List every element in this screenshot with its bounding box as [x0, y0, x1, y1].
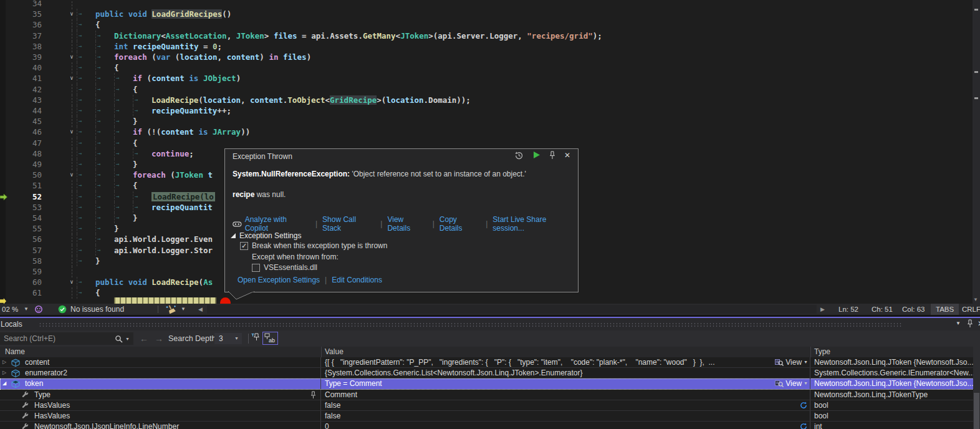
zoom-caret-icon[interactable]: ▼	[24, 304, 29, 315]
fold-chevron-icon[interactable]: ∨	[66, 73, 77, 83]
continue-execution-icon[interactable]	[531, 151, 542, 161]
code-line-34[interactable]: 34	[0, 0, 980, 9]
link-show-call-stack[interactable]: Show Call Stack	[322, 215, 375, 233]
locals-row-Type[interactable]: TypeCommentNewtonsoft.Json.Linq.JTokenTy…	[0, 390, 980, 400]
fold-chevron-icon[interactable]: ∨	[66, 52, 77, 62]
link-view-details[interactable]: View Details	[387, 215, 427, 233]
view-visualizer-button[interactable]: View▼	[775, 357, 808, 367]
refresh-value-button[interactable]	[800, 402, 807, 410]
window-position-caret-icon[interactable]: ▼	[953, 321, 964, 330]
pin-icon[interactable]	[547, 151, 558, 161]
locals-row-Newtonsoft.Json.IJsonLineInfo.LineNumber[interactable]: Newtonsoft.Json.IJsonLineInfo.LineNumber…	[0, 422, 980, 429]
code-line-38[interactable]: 38→→int recipeQuantity = 0;	[0, 41, 980, 52]
zoom-level[interactable]: 02 %	[2, 304, 18, 315]
value-cell[interactable]: {[ { "ingredientPattern": "P_PP", "ingre…	[321, 357, 810, 367]
scrollbar-thumb[interactable]	[974, 393, 979, 429]
document-health-icon[interactable]	[34, 305, 43, 316]
column-divider[interactable]	[321, 347, 322, 357]
locals-row-HasValues[interactable]: HasValuesfalsebool	[0, 400, 980, 411]
hscroll-left-arrow-icon[interactable]: ◀	[198, 304, 203, 315]
scrollbar-down-arrow-icon[interactable]: ▼	[973, 297, 978, 302]
code-editor[interactable]: 3435∨→public void LoadGridRecipes()36→{3…	[0, 0, 980, 304]
pin-member-icon[interactable]	[310, 391, 317, 400]
cleanup-caret-icon[interactable]: ▼	[181, 304, 186, 315]
code-line-47[interactable]: 47→→→{	[0, 138, 980, 149]
code-line-40[interactable]: 40→→{	[0, 62, 980, 74]
column-header-type[interactable]: Type	[814, 347, 830, 357]
tab-whitespace-marker: →	[114, 84, 133, 95]
view-visualizer-button[interactable]: View▼	[775, 378, 808, 388]
horizontal-scrollbar[interactable]	[207, 305, 817, 314]
fold-chevron-icon[interactable]: ∨	[66, 127, 77, 137]
locals-vertical-scrollbar[interactable]	[973, 347, 980, 429]
hscroll-right-arrow-icon[interactable]: ▶	[820, 304, 825, 315]
code-line-42[interactable]: 42→→→{	[0, 84, 980, 95]
refresh-icon[interactable]	[800, 423, 807, 429]
search-icon[interactable]: ▼	[115, 335, 133, 343]
code-line-44[interactable]: 44→→→→recipeQuantity++;	[0, 105, 980, 117]
column-divider[interactable]	[810, 347, 811, 357]
code-line-35[interactable]: 35∨→public void LoadGridRecipes()	[0, 9, 980, 20]
issues-status[interactable]: No issues found	[70, 304, 124, 315]
locals-row-HasValues[interactable]: HasValuesfalsebool	[0, 411, 980, 422]
locals-row-token[interactable]: ◢tokenType = CommentView▼Newtonsoft.Json…	[0, 378, 980, 389]
close-icon[interactable]: ✕	[562, 151, 573, 161]
fold-chevron-icon[interactable]: ∨	[66, 277, 77, 287]
search-depth-combo[interactable]: 3 ▼	[214, 333, 242, 344]
fold-chevron-icon[interactable]: ∨	[66, 9, 77, 19]
tabs-indicator[interactable]: TABS	[931, 304, 959, 315]
link-copy-details[interactable]: Copy Details	[440, 215, 481, 233]
locals-row-enumerator2[interactable]: ▷enumerator2{System.Collections.Generic.…	[0, 368, 980, 378]
locals-panel-titlebar[interactable]: Locals ▼ ✕	[0, 318, 980, 330]
history-icon[interactable]	[513, 151, 524, 161]
panel-pin-icon[interactable]	[964, 319, 976, 329]
line-indicator[interactable]: Ln: 52	[838, 304, 858, 315]
char-indicator[interactable]: Ch: 51	[872, 304, 893, 315]
locals-search-box[interactable]: ▼	[0, 332, 133, 345]
outline-guide	[72, 159, 72, 170]
column-header-name[interactable]: Name	[5, 347, 25, 357]
code-line-36[interactable]: 36→{	[0, 19, 980, 31]
link-start-live-share-session[interactable]: Start Live Share session...	[492, 215, 578, 233]
refresh-icon[interactable]	[800, 402, 807, 409]
code-cleanup-icon[interactable]	[166, 305, 176, 316]
eol-indicator[interactable]: CRLF	[962, 304, 980, 315]
value-cell[interactable]: {System.Collections.Generic.List<Newtons…	[321, 368, 810, 378]
fold-chevron-icon[interactable]: ∨	[66, 170, 77, 180]
break-checkbox[interactable]: ✓	[240, 242, 248, 250]
panel-close-icon[interactable]: ✕	[975, 319, 980, 329]
expand-expander-icon[interactable]: ▷	[2, 357, 10, 367]
link-open-exception-settings[interactable]: Open Exception Settings	[238, 276, 320, 284]
link-edit-conditions[interactable]: Edit Conditions	[332, 276, 382, 284]
pin-icon[interactable]	[310, 391, 317, 399]
value-cell[interactable]: false	[321, 411, 810, 421]
collapse-expander-icon[interactable]: ◢	[2, 378, 10, 388]
value-cell[interactable]: Type = CommentView▼	[321, 378, 810, 388]
code-token: {	[133, 85, 138, 94]
text-view-toggle-button[interactable]: ab	[262, 332, 278, 345]
link-analyze-with-copilot[interactable]: Analyze with Copilot	[233, 215, 310, 233]
column-indicator[interactable]: Col: 63	[902, 304, 925, 315]
search-back-arrow-icon[interactable]: ←	[140, 330, 148, 347]
search-caret-icon[interactable]: ▼	[125, 337, 130, 341]
exception-settings-header[interactable]: Exception Settings	[230, 231, 301, 240]
column-header-value[interactable]: Value	[325, 347, 343, 357]
expand-expander-icon[interactable]: ▷	[2, 368, 10, 378]
refresh-value-button[interactable]	[800, 423, 807, 429]
pin-to-source-icon[interactable]	[251, 332, 261, 345]
search-forward-arrow-icon[interactable]: →	[155, 330, 163, 347]
editor-vertical-scrollbar[interactable]: ▼	[973, 0, 980, 304]
code-line-39[interactable]: 39∨→→foreach (var (location, content) in…	[0, 52, 980, 63]
module-checkbox[interactable]	[252, 264, 260, 272]
code-line-37[interactable]: 37→→Dictionary<AssetLocation, JToken> fi…	[0, 31, 980, 42]
code-line-45[interactable]: 45→→→}	[0, 116, 980, 127]
code-line-41[interactable]: 41∨→→→if (content is JObject)	[0, 73, 980, 84]
value-cell[interactable]: Comment	[321, 390, 810, 400]
locals-row-content[interactable]: ▷content{[ { "ingredientPattern": "P_PP"…	[0, 357, 980, 368]
panel-drag-grip[interactable]	[39, 322, 902, 327]
code-line-46[interactable]: 46∨→→→if (!(content is JArray))	[0, 127, 980, 138]
search-input[interactable]	[0, 334, 115, 343]
value-cell[interactable]: 0	[321, 422, 810, 429]
value-cell[interactable]: false	[321, 400, 810, 410]
code-line-43[interactable]: 43→→→→LoadRecipe(location, content.ToObj…	[0, 95, 980, 106]
